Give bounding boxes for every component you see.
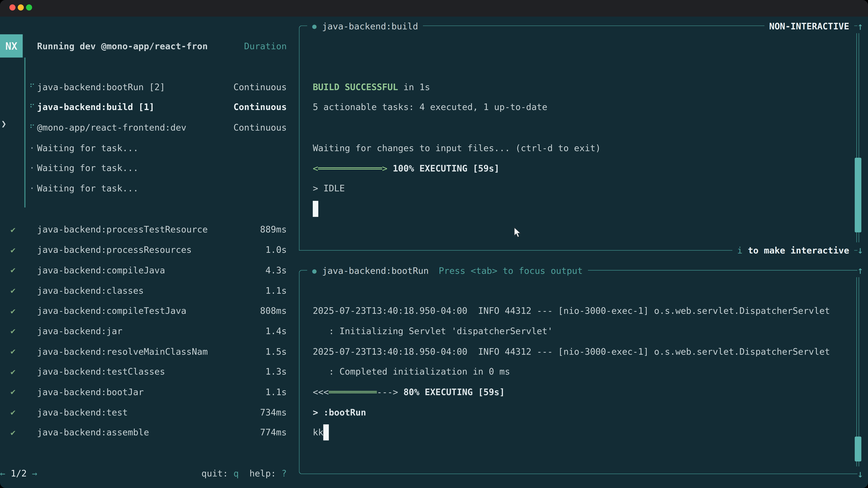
waiting-dot-icon: · <box>29 158 35 178</box>
task-label: java-backend:classes <box>37 281 144 301</box>
duration-column-header: Duration <box>244 41 287 51</box>
task-label: java-backend:compileJava <box>37 260 165 281</box>
task-status: Continuous <box>234 97 287 118</box>
task-label: java-backend:resolveMainClassNam <box>37 341 208 361</box>
task-row[interactable]: ✔ java-backend:classes 1.1s <box>0 281 300 301</box>
build-summary-line: 5 actionable tasks: 4 executed, 1 up-to-… <box>313 97 548 118</box>
build-progress-line: <════════════> 100% EXECUTING [59s] <box>313 158 500 178</box>
window-titlebar <box>0 0 868 17</box>
task-row[interactable]: ⠋ @mono-app/react-frontend:dev Continuou… <box>0 118 300 138</box>
bootrun-panel-header: ● java-backend:bootRun Press <tab> to fo… <box>307 263 588 278</box>
terminal-window: NX Running dev @mono-app/react-fron Dura… <box>0 0 868 488</box>
run-command-title: Running dev @mono-app/react-fron <box>37 41 208 51</box>
check-icon: ✔ <box>11 321 16 341</box>
next-page-arrow[interactable]: → <box>32 468 37 479</box>
scroll-down-arrow[interactable]: ↓ <box>855 242 866 257</box>
check-icon: ✔ <box>11 301 16 321</box>
log-line: 2025-07-23T13:40:18.950-04:00 INFO 44312… <box>313 301 830 321</box>
check-icon: ✔ <box>11 422 16 443</box>
bootrun-prompt-line: > :bootRun <box>313 402 366 422</box>
task-row[interactable]: ✔ java-backend:processResources 1.0s <box>0 240 300 260</box>
quit-key[interactable]: q <box>234 468 239 479</box>
task-status: Continuous <box>234 77 287 97</box>
check-icon: ✔ <box>11 361 16 382</box>
task-duration: 1.1s <box>266 382 287 402</box>
bootrun-input-line[interactable]: kk <box>313 422 329 443</box>
task-label: java-backend:bootRun [2] <box>37 77 165 97</box>
task-bullet-icon: ● <box>312 266 316 275</box>
scroll-up-arrow[interactable]: ↑ <box>855 19 866 33</box>
terminal-cursor <box>313 201 318 217</box>
task-label: java-backend:assemble <box>37 422 149 443</box>
task-label: @mono-app/react-frontend:dev <box>37 118 186 138</box>
sidebar-footer: ← 1/2 → quit: q help: ? <box>0 463 287 484</box>
quit-label: quit: <box>202 468 234 479</box>
task-duration: 1.3s <box>266 361 287 382</box>
shortcut-hints: quit: q help: ? <box>202 468 287 479</box>
non-interactive-badge: NON-INTERACTIVE <box>764 19 854 33</box>
progress-label: 80% EXECUTING [59s] <box>398 387 505 397</box>
page-indicator: 1/2 <box>5 468 32 479</box>
running-task-list: ⠋ java-backend:bootRun [2] Continuous ⠋ … <box>0 77 300 199</box>
task-label: java-backend:test <box>37 402 128 422</box>
task-label: Waiting for task... <box>37 178 138 199</box>
task-duration: 1.5s <box>266 341 287 361</box>
help-key[interactable]: ? <box>281 468 287 479</box>
task-row-selected[interactable]: ⠋ java-backend:build [1] Continuous <box>0 97 300 118</box>
spinner-icon: ⠋ <box>29 118 35 138</box>
task-sidebar: NX Running dev @mono-app/react-fron Dura… <box>0 17 300 488</box>
task-duration: 1.1s <box>266 281 287 301</box>
task-row[interactable]: · Waiting for task... <box>0 158 300 178</box>
task-row[interactable]: ✔ java-backend:bootJar 1.1s <box>0 382 300 402</box>
task-label: Waiting for task... <box>37 158 138 178</box>
waiting-dot-icon: · <box>29 138 35 158</box>
task-label: java-backend:processResources <box>37 240 192 260</box>
nx-logo: NX <box>0 34 23 58</box>
check-icon: ✔ <box>11 341 16 361</box>
maximize-window-button[interactable] <box>26 4 32 11</box>
task-duration: 889ms <box>260 219 287 240</box>
minimize-window-button[interactable] <box>18 4 24 11</box>
task-row[interactable]: ✔ java-backend:assemble 774ms <box>0 422 300 443</box>
task-label: java-backend:processTestResource <box>37 219 208 240</box>
spinner-icon: ⠋ <box>29 77 35 97</box>
check-icon: ✔ <box>11 260 16 281</box>
mouse-cursor <box>514 227 522 240</box>
task-row[interactable]: ✔ java-backend:compileTestJava 808ms <box>0 301 300 321</box>
scrollbar-thumb[interactable] <box>855 436 861 461</box>
task-row[interactable]: ✔ java-backend:resolveMainClassNam 1.5s <box>0 341 300 361</box>
waiting-dot-icon: · <box>29 178 35 199</box>
log-line: : Initializing Servlet 'dispatcherServle… <box>313 321 553 341</box>
build-panel-header: ● java-backend:build <box>307 19 423 33</box>
progress-bar: ═════════ <box>329 387 377 397</box>
task-row[interactable]: ✔ java-backend:jar 1.4s <box>0 321 300 341</box>
check-icon: ✔ <box>11 402 16 422</box>
build-prompt-line: > IDLE <box>313 178 345 199</box>
bootrun-progress-line: <<<═════════---> 80% EXECUTING [59s] <box>313 382 505 402</box>
task-row[interactable]: ✔ java-backend:compileJava 4.3s <box>0 260 300 281</box>
progress-head: <<< <box>313 387 329 397</box>
check-icon: ✔ <box>11 281 16 301</box>
task-label: Waiting for task... <box>37 138 138 158</box>
spinner-icon: ⠋ <box>29 97 35 118</box>
interactive-hint-key[interactable]: i <box>737 245 743 256</box>
task-row[interactable]: ⠋ java-backend:bootRun [2] Continuous <box>0 77 300 97</box>
scrollbar-thumb[interactable] <box>855 158 861 232</box>
close-window-button[interactable] <box>9 4 16 11</box>
task-row[interactable]: · Waiting for task... <box>0 178 300 199</box>
prev-page-arrow[interactable]: ← <box>0 468 5 479</box>
scroll-up-arrow[interactable]: ↑ <box>855 263 866 277</box>
task-row[interactable]: · Waiting for task... <box>0 138 300 158</box>
terminal-cursor <box>323 424 329 441</box>
task-row[interactable]: ✔ java-backend:test 734ms <box>0 402 300 422</box>
typed-input: kk <box>313 427 323 438</box>
build-status-line: BUILD SUCCESSFUL in 1s <box>313 77 430 97</box>
scroll-down-arrow[interactable]: ↓ <box>855 466 866 481</box>
check-icon: ✔ <box>11 382 16 402</box>
completed-task-list: ✔ java-backend:processTestResource 889ms… <box>0 219 300 443</box>
task-row[interactable]: ✔ java-backend:testClasses 1.3s <box>0 361 300 382</box>
task-label: java-backend:build [1] <box>37 97 154 118</box>
task-label: java-backend:jar <box>37 321 122 341</box>
task-duration: 734ms <box>260 402 287 422</box>
task-row[interactable]: ✔ java-backend:processTestResource 889ms <box>0 219 300 240</box>
